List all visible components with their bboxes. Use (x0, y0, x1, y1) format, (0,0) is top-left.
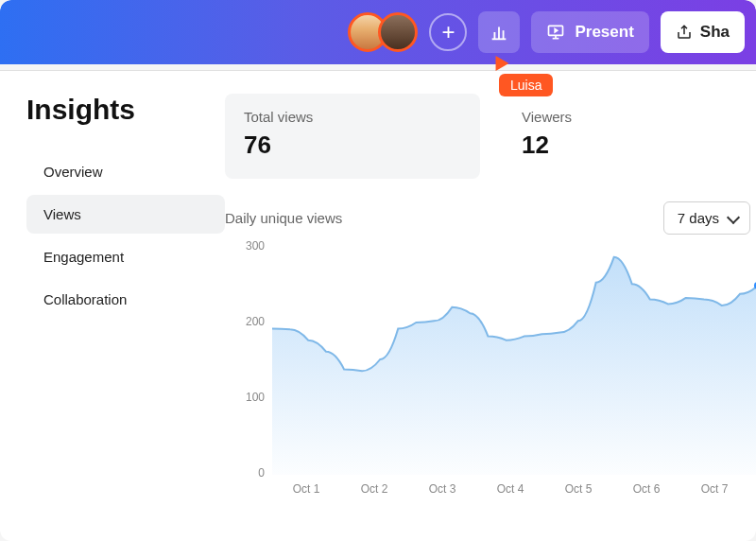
y-tick: 300 (246, 239, 265, 253)
sidebar-item-overview[interactable]: Overview (26, 152, 225, 191)
page-title: Insights (26, 94, 225, 126)
chart-plot: Oct 1 Oct 2 Oct 3 Oct 4 Oct 5 Oct 6 Oct … (272, 244, 756, 509)
present-label: Present (575, 23, 633, 42)
sidebar-item-views[interactable]: Views (26, 195, 225, 234)
x-tick: Oct 2 (340, 482, 408, 496)
stat-value: 76 (244, 131, 461, 160)
chevron-down-icon (727, 211, 740, 224)
x-tick: Oct 7 (680, 482, 748, 496)
share-icon (676, 24, 693, 41)
insights-panel: Insights Overview Views Engagement Colla… (0, 70, 756, 541)
insights-button[interactable] (478, 11, 520, 53)
range-selected-label: 7 days (678, 210, 719, 226)
x-tick: Oct 1 (272, 482, 340, 496)
present-icon (546, 23, 565, 42)
share-label: Sha (700, 23, 730, 42)
svg-marker-5 (556, 29, 558, 32)
share-button[interactable]: Sha (661, 11, 745, 53)
date-range-select[interactable]: 7 days (663, 201, 750, 235)
chart-title: Daily unique views (225, 210, 342, 226)
stats-row: Total views 76 Viewers 12 (225, 94, 756, 179)
stat-card-total-views: Total views 76 (225, 94, 480, 179)
insights-sidebar: Insights Overview Views Engagement Colla… (26, 94, 225, 541)
present-button[interactable]: Present (531, 11, 648, 53)
y-tick: 200 (246, 315, 265, 328)
x-tick: Oct 4 (476, 482, 544, 496)
sidebar-item-engagement[interactable]: Engagement (26, 237, 225, 276)
stat-label: Viewers (522, 109, 739, 125)
x-tick: Oct 6 (612, 482, 680, 496)
y-tick: 0 (258, 466, 265, 480)
stat-value: 12 (522, 131, 739, 160)
collaborator-avatars (348, 12, 418, 52)
x-tick: Oct 3 (408, 482, 476, 496)
line-chart (272, 244, 756, 475)
x-tick: Oct 5 (544, 482, 612, 496)
sidebar-item-collaboration[interactable]: Collaboration (26, 280, 225, 319)
insights-icon (489, 22, 509, 43)
y-tick: 100 (246, 391, 265, 404)
insights-main: Total views 76 Viewers 12 Daily unique v… (225, 94, 756, 541)
add-collaborator-button[interactable]: + (429, 13, 467, 51)
chart-area: 300 200 100 0 Oct 1 Oct 2 Oct 3 Oct 4 (225, 244, 756, 509)
stat-card-viewers: Viewers 12 (503, 94, 756, 179)
top-toolbar: + Present Sha (0, 0, 756, 64)
x-axis: Oct 1 Oct 2 Oct 3 Oct 4 Oct 5 Oct 6 Oct … (272, 475, 756, 496)
chart-header: Daily unique views 7 days (225, 201, 756, 235)
stat-label: Total views (244, 109, 461, 125)
y-axis: 300 200 100 0 (225, 244, 272, 509)
avatar-user-2[interactable] (378, 12, 418, 52)
